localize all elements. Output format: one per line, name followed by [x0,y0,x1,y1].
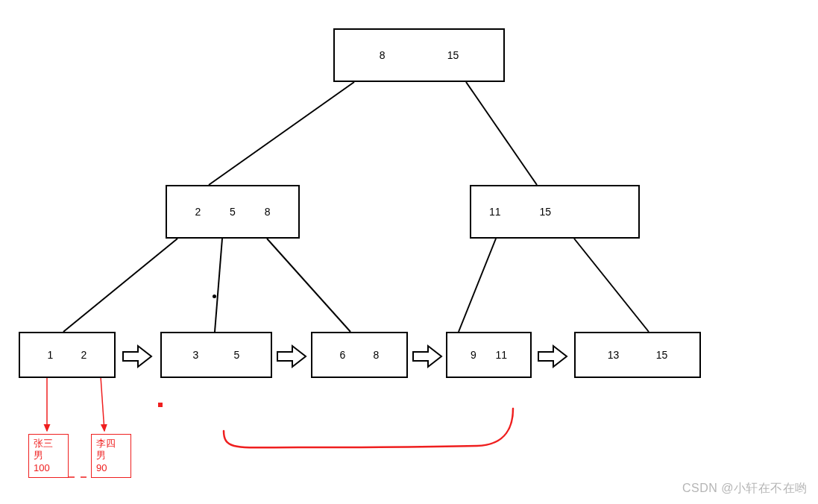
internal-left-key-2: 8 [260,206,275,218]
leaf-link-arrow-2 [276,343,307,370]
leaf1-key-1: 2 [77,349,92,361]
svg-line-3 [215,239,222,332]
internal-right-keys: 11 15 [471,186,638,237]
record-1-score: 100 [34,462,63,474]
record-1: 张三 男 100 [28,434,69,478]
svg-rect-9 [158,403,163,407]
internal-right-key-0: 11 [485,206,506,218]
leaf2-keys: 3 5 [162,333,271,377]
root-node: 8 15 [333,28,505,82]
leaf-node-5: 13 15 [574,332,701,378]
stray-dot [213,294,216,298]
svg-line-2 [63,239,177,332]
root-keys: 8 15 [335,30,503,81]
record-2-name: 李四 [96,438,126,450]
internal-left-key-1: 5 [225,206,240,218]
record-2: 李四 男 90 [91,434,131,478]
leaf-link-arrow-3 [412,343,443,370]
leaf-link-arrow-1 [122,343,153,370]
root-key-0: 8 [375,49,390,61]
svg-line-0 [209,82,354,185]
internal-node-right: 11 15 [470,185,640,239]
internal-left-key-0: 2 [190,206,205,218]
leaf3-key-1: 8 [369,349,384,361]
leaf5-key-1: 15 [652,349,673,361]
record-1-name: 张三 [34,438,63,450]
leaf4-key-1: 11 [491,349,512,361]
internal-right-key-1: 15 [535,206,556,218]
leaf-node-1: 1 2 [19,332,116,378]
leaf5-key-0: 13 [603,349,624,361]
svg-line-4 [267,239,350,332]
leaf3-keys: 6 8 [312,333,406,377]
leaf3-key-0: 6 [336,349,350,361]
leaf1-keys: 1 2 [20,333,114,377]
record-2-score: 90 [96,462,126,474]
leaf2-key-0: 3 [189,349,204,361]
record-2-gender: 男 [96,450,126,462]
svg-line-8 [101,377,104,431]
leaf-node-3: 6 8 [311,332,408,378]
leaf-link-arrow-4 [537,343,568,370]
leaf4-keys: 9 11 [447,333,530,377]
leaf4-key-0: 9 [466,349,481,361]
leaf1-key-0: 1 [43,349,58,361]
internal-left-keys: 2 5 8 [167,186,298,237]
leaf5-keys: 13 15 [576,333,699,377]
leaf-node-2: 3 5 [160,332,272,378]
svg-line-5 [459,239,496,332]
leaf-node-4: 9 11 [446,332,532,378]
internal-node-left: 2 5 8 [166,185,300,239]
svg-line-1 [466,82,537,185]
root-key-1: 15 [443,49,464,61]
leaf2-key-1: 5 [230,349,245,361]
watermark: CSDN @小轩在不在哟 [682,481,808,497]
svg-line-6 [574,239,649,332]
record-1-gender: 男 [34,450,63,462]
